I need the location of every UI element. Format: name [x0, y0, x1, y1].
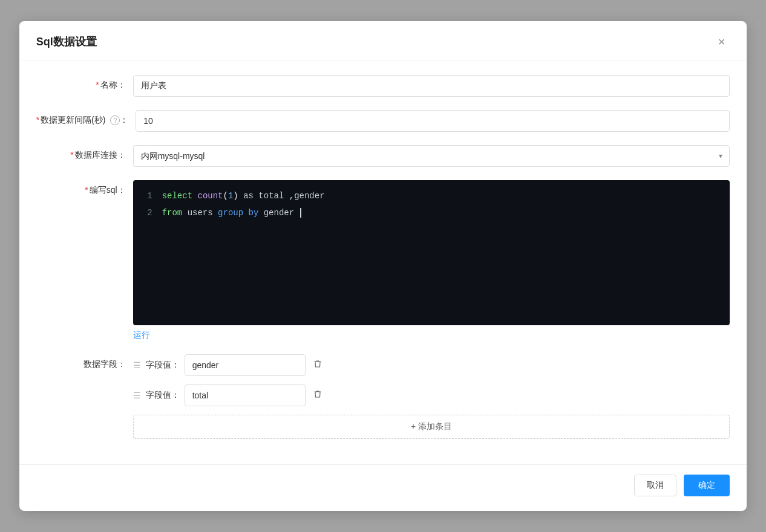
required-star-3: * — [70, 150, 73, 160]
field-value-label-0: 字段值： — [146, 360, 180, 371]
sql-label: *编写sql： — [36, 180, 133, 196]
name-row: *名称： — [36, 75, 730, 97]
db-control: 内网mysql-mysql ▾ — [133, 145, 730, 167]
drag-icon-1[interactable]: ☰ — [133, 391, 141, 400]
delete-button-0[interactable] — [310, 357, 325, 374]
name-label: *名称： — [36, 75, 133, 91]
field-input-0[interactable] — [185, 354, 306, 376]
name-control — [133, 75, 730, 97]
field-row-1: ☰ 字段值： — [133, 384, 730, 406]
interval-control — [136, 110, 730, 132]
run-button[interactable]: 运行 — [133, 330, 150, 341]
fields-section: 数据字段： ☰ 字段值： ☰ — [36, 354, 730, 439]
confirm-button[interactable]: 确定 — [684, 475, 730, 496]
db-select[interactable]: 内网mysql-mysql — [133, 145, 730, 167]
required-star-2: * — [36, 115, 39, 125]
drag-icon-0[interactable]: ☰ — [133, 360, 141, 370]
dialog-header: Sql数据设置 × — [19, 21, 747, 60]
code-lines: 1 select count(1) as total ,gender 2 fro… — [133, 180, 730, 229]
interval-label: *数据更新间隔(秒) ?： — [36, 110, 136, 126]
line-content-2: from users group by gender — [162, 206, 730, 220]
interval-row: *数据更新间隔(秒) ?： — [36, 110, 730, 132]
sql-control: 1 select count(1) as total ,gender 2 fro… — [133, 180, 730, 341]
dialog-overlay: Sql数据设置 × *名称： *数据更新间隔(秒) ?： — [0, 0, 766, 532]
required-star-4: * — [85, 185, 88, 195]
code-line-2: 2 from users group by gender — [133, 204, 730, 221]
code-line-1: 1 select count(1) as total ,gender — [133, 187, 730, 204]
field-input-1[interactable] — [185, 384, 306, 406]
close-button[interactable]: × — [713, 33, 730, 50]
dialog-title: Sql数据设置 — [36, 34, 97, 49]
field-rows: ☰ 字段值： ☰ 字段值： — [133, 354, 730, 439]
required-star: * — [96, 80, 99, 89]
help-icon[interactable]: ? — [110, 115, 120, 125]
sql-row: *编写sql： 1 select count(1) as total ,gend… — [36, 180, 730, 341]
add-item-button[interactable]: + 添加条目 — [133, 415, 730, 439]
db-label: *数据库连接： — [36, 145, 133, 161]
name-input[interactable] — [133, 75, 730, 97]
delete-button-1[interactable] — [310, 387, 325, 404]
line-number-2: 2 — [133, 206, 162, 220]
line-number-1: 1 — [133, 189, 162, 203]
interval-input[interactable] — [136, 110, 730, 132]
dialog: Sql数据设置 × *名称： *数据更新间隔(秒) ?： — [19, 21, 747, 511]
dialog-body: *名称： *数据更新间隔(秒) ?： *数据库连接： — [19, 60, 747, 464]
dialog-footer: 取消 确定 — [19, 464, 747, 511]
field-section-label: 数据字段： — [36, 354, 133, 370]
db-row: *数据库连接： 内网mysql-mysql ▾ — [36, 145, 730, 167]
line-content-1: select count(1) as total ,gender — [162, 189, 730, 203]
field-value-label-1: 字段值： — [146, 390, 180, 401]
cancel-button[interactable]: 取消 — [634, 475, 676, 496]
code-editor[interactable]: 1 select count(1) as total ,gender 2 fro… — [133, 180, 730, 325]
field-row-0: ☰ 字段值： — [133, 354, 730, 376]
